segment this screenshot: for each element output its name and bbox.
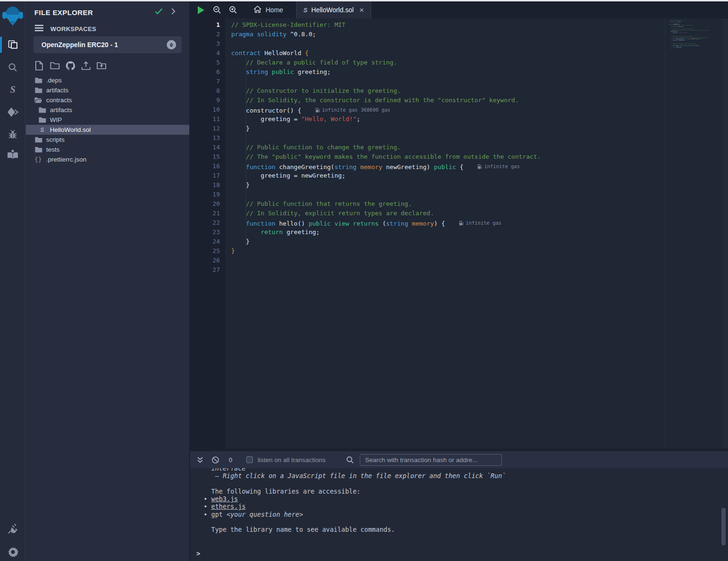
terminal-collapse-icon[interactable] (197, 456, 203, 463)
terminal-link[interactable]: web3.js (211, 495, 238, 503)
open-book-icon (7, 149, 19, 160)
code-line-24: 24 } (190, 237, 728, 246)
file-label: contracts (46, 97, 72, 104)
chevron-right-icon[interactable] (170, 8, 176, 17)
remix-logo-icon[interactable] (1, 4, 24, 27)
braces-icon: {} (34, 156, 42, 163)
terminal-prompt[interactable]: > (196, 550, 200, 557)
tab-helloworld-sol[interactable]: S HelloWorld.sol × (296, 1, 371, 18)
editor-region: Home S HelloWorld.sol × 1// SPDX-License… (190, 1, 728, 561)
sidebar-item-deploy-and-run[interactable] (0, 103, 25, 122)
editor-scrollbar[interactable] (722, 18, 728, 448)
tab-label: HelloWorld.sol (311, 6, 354, 14)
terminal-output: interface – Right click on a JavaScript … (196, 468, 719, 547)
code-editor[interactable]: 1// SPDX-License-Identifier: MIT2pragma … (190, 18, 728, 448)
gear-icon (7, 546, 19, 558)
zoom-in-icon[interactable] (225, 1, 241, 18)
gas-estimate-annotation: infinite gas (459, 218, 502, 228)
terminal-header: 0 listen on all transactions (190, 451, 728, 468)
folder-icon (38, 117, 46, 123)
code-line-15: 15 // The "public" keyword makes the fun… (190, 152, 728, 162)
new-folder-icon[interactable] (49, 60, 60, 71)
transaction-count-badge: 0 (229, 456, 232, 463)
tree-item--deps[interactable]: .deps (26, 75, 189, 85)
code-line-5: 5 // Declare a public field of type stri… (190, 58, 728, 67)
close-tab-icon[interactable]: × (359, 6, 364, 14)
editor-divider (665, 18, 665, 448)
sidebar-item-debugger[interactable] (0, 125, 25, 144)
hamburger-menu-icon[interactable] (34, 24, 44, 33)
listen-all-transactions-checkbox[interactable] (246, 456, 253, 463)
terminal-search-input[interactable] (360, 454, 502, 466)
code-line-6: 6 string public greeting; (190, 67, 728, 77)
search-icon (7, 62, 18, 73)
workspace-selected-value: OpenZeppelin ERC20 - 1 (41, 41, 167, 49)
folder-icon (38, 107, 46, 113)
sidebar-item-file-explorer[interactable] (0, 35, 25, 54)
code-line-22: 22 function hello() public view returns … (190, 218, 728, 228)
minimap[interactable]: // SPDX-License-Identifier: MITpragma so… (669, 20, 709, 53)
sidebar-item-search[interactable] (0, 58, 25, 77)
sidebar-item-plugin-manager[interactable] (0, 520, 25, 538)
solidity-file-icon: S (303, 7, 307, 14)
code-line-8: 8 // Constructor to initialize the greet… (190, 86, 728, 96)
file-explorer-toolbar (33, 60, 107, 71)
panel-title: FILE EXPLORER (34, 8, 93, 16)
folder-open-icon (34, 97, 42, 103)
sidebar-item-learn[interactable] (0, 145, 25, 164)
ethereum-deploy-icon (7, 106, 19, 118)
tree-item-contracts[interactable]: contracts (26, 95, 189, 105)
workspace-select[interactable]: OpenZeppelin ERC20 - 1 (33, 36, 182, 53)
tree-item-helloworld-sol[interactable]: SHelloWorld.sol (26, 125, 189, 135)
file-explorer-icon (7, 39, 18, 50)
folder-icon (34, 77, 42, 83)
tree-item--prettierrc-json[interactable]: {}.prettierrc.json (26, 154, 189, 164)
code-line-10: 10 constructor() {infinite gas 368600 ga… (190, 105, 728, 114)
code-line-3: 3 (190, 39, 728, 49)
tree-item-scripts[interactable]: scripts (26, 135, 189, 145)
zoom-out-icon[interactable] (209, 1, 225, 18)
terminal-search-icon (346, 456, 354, 464)
file-explorer-panel: FILE EXPLORER WORKSPACES OpenZeppelin ER… (26, 1, 190, 561)
code-line-4: 4contract HelloWorld { (190, 49, 728, 58)
code-line-19: 19 (190, 190, 728, 199)
activity-bar: S (0, 1, 25, 561)
github-clone-icon[interactable] (65, 60, 76, 71)
home-icon (253, 5, 262, 15)
tree-item-wip[interactable]: WIP (26, 115, 189, 125)
code-lines: 1// SPDX-License-Identifier: MIT2pragma … (190, 20, 728, 275)
tree-item-tests[interactable]: tests (26, 145, 189, 154)
file-label: scripts (46, 136, 65, 143)
folder-icon (34, 137, 42, 143)
folder-icon (34, 146, 42, 153)
run-script-button[interactable] (193, 1, 209, 18)
sidebar-item-solidity-compiler[interactable]: S (0, 80, 25, 99)
file-tree: .depsartifactscontractsartifactsWIPSHell… (26, 75, 189, 164)
upload-file-icon[interactable] (80, 60, 91, 71)
code-line-23: 23 return greeting; (190, 228, 728, 237)
tree-item-artifacts[interactable]: artifacts (26, 85, 189, 95)
upload-folder-icon[interactable] (96, 60, 107, 71)
file-label: HelloWorld.sol (50, 126, 91, 133)
file-label: tests (46, 146, 60, 153)
folder-icon (34, 87, 42, 93)
block-transactions-icon[interactable] (211, 456, 219, 464)
file-label: .prettierrc.json (46, 156, 87, 163)
tree-item-artifacts[interactable]: artifacts (26, 105, 189, 115)
terminal-link[interactable]: ethers.js (211, 503, 246, 510)
code-line-21: 21 // In Solidity, explicit return types… (190, 209, 728, 218)
terminal-scrollbar-thumb[interactable] (721, 508, 726, 545)
workspaces-row: WORKSPACES (34, 24, 97, 33)
code-line-25: 25} (190, 246, 728, 256)
sidebar-item-settings[interactable] (0, 542, 25, 561)
code-line-16: 16 function changeGreeting(string memory… (190, 162, 728, 171)
listen-all-transactions-label: listen on all transactions (258, 456, 325, 463)
tab-home[interactable]: Home (247, 1, 290, 18)
workspaces-label: WORKSPACES (50, 25, 97, 33)
workspace-switch-icon[interactable] (167, 40, 176, 49)
code-line-13: 13 (190, 133, 728, 143)
code-line-9: 9 // In Solidity, the constructor is def… (190, 96, 728, 105)
new-file-icon[interactable] (33, 60, 45, 71)
check-icon[interactable] (154, 8, 163, 17)
code-line-2: 2pragma solidity ^0.8.0; (190, 30, 728, 39)
